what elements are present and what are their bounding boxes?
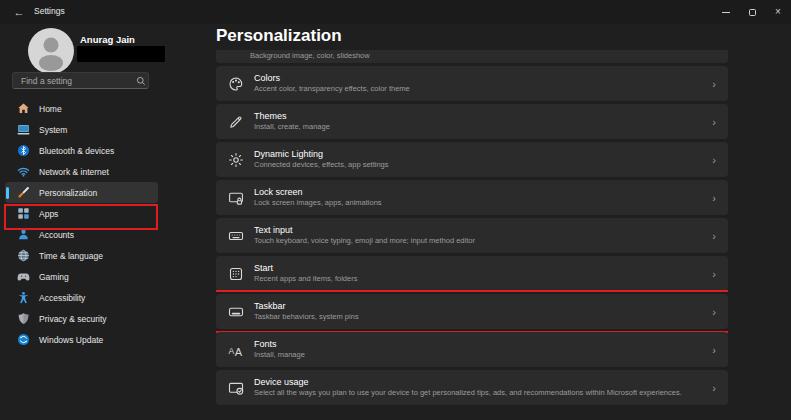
personalization-icon xyxy=(17,186,30,199)
window-controls: × xyxy=(713,0,791,24)
chevron-right-icon: › xyxy=(704,154,716,166)
row-subtitle: Connected devices, effects, app settings xyxy=(254,160,389,170)
back-icon[interactable]: ← xyxy=(10,4,28,20)
text-input-icon xyxy=(228,228,244,244)
sidebar-item-privacy-security[interactable]: Privacy & security xyxy=(5,308,158,329)
settings-row-lock-screen[interactable]: Lock screenLock screen images, apps, ani… xyxy=(216,180,728,215)
row-title: Text input xyxy=(254,225,475,236)
chevron-right-icon: › xyxy=(704,78,716,90)
settings-row-taskbar[interactable]: TaskbarTaskbar behaviors, system pins › xyxy=(216,294,728,329)
row-title: Taskbar xyxy=(254,301,359,312)
user-name: Anurag Jain xyxy=(80,34,135,45)
sidebar-item-bluetooth-devices[interactable]: Bluetooth & devices xyxy=(5,140,158,161)
selected-accent-pill xyxy=(6,187,9,199)
dynamic-lighting-icon xyxy=(228,152,244,168)
sidebar-item-label: Home xyxy=(39,104,62,114)
sidebar-item-label: Gaming xyxy=(39,272,69,282)
search-box[interactable] xyxy=(12,72,149,89)
settings-row-device-usage[interactable]: Device usageSelect all the ways you plan… xyxy=(216,370,728,405)
start-icon xyxy=(228,266,244,282)
row-subtitle: Accent color, transparency effects, colo… xyxy=(254,84,410,94)
chevron-right-icon: › xyxy=(704,230,716,242)
settings-row-start[interactable]: StartRecent apps and items, folders › xyxy=(216,256,728,291)
settings-row-colors[interactable]: ColorsAccent color, transparency effects… xyxy=(216,66,728,101)
themes-icon xyxy=(228,114,244,130)
settings-row-dynamic-lighting[interactable]: Dynamic LightingConnected devices, effec… xyxy=(216,142,728,177)
privacy-security-icon xyxy=(17,312,30,325)
sidebar-item-label: Accessibility xyxy=(39,293,85,303)
sidebar-item-home[interactable]: Home xyxy=(5,98,158,119)
row-subtitle: Select all the ways you plan to use your… xyxy=(254,388,682,398)
lock-screen-icon xyxy=(228,190,244,206)
row-title: Themes xyxy=(254,111,330,122)
sidebar-item-label: Privacy & security xyxy=(39,314,107,324)
avatar[interactable] xyxy=(28,28,74,74)
sidebar-item-accounts[interactable]: Accounts xyxy=(5,224,158,245)
sidebar-item-accessibility[interactable]: Accessibility xyxy=(5,287,158,308)
svg-text:A: A xyxy=(229,345,235,355)
apps-icon xyxy=(17,207,30,220)
minimize-icon xyxy=(722,12,730,13)
accounts-icon xyxy=(17,228,30,241)
taskbar-icon xyxy=(228,304,244,320)
row-title: Fonts xyxy=(254,339,305,350)
sidebar-item-windows-update[interactable]: Windows Update xyxy=(5,329,158,350)
row-subtitle: Install, create, manage xyxy=(254,122,330,132)
colors-icon xyxy=(228,76,244,92)
system-icon xyxy=(17,123,30,136)
gaming-icon xyxy=(17,270,30,283)
svg-text:A: A xyxy=(235,345,243,357)
sidebar-item-network-internet[interactable]: Network & internet xyxy=(5,161,158,182)
row-title: Device usage xyxy=(254,377,682,388)
accessibility-icon xyxy=(17,291,30,304)
fonts-icon: AA xyxy=(228,342,244,358)
sidebar-item-label: Windows Update xyxy=(39,335,103,345)
close-button[interactable]: × xyxy=(765,0,791,24)
minimize-button[interactable] xyxy=(713,0,739,24)
redacted-email-box xyxy=(77,46,165,62)
windows-update-icon xyxy=(17,333,30,346)
sidebar-item-gaming[interactable]: Gaming xyxy=(5,266,158,287)
row-subtitle: Background image, color, slideshow xyxy=(250,51,370,61)
sidebar-item-personalization[interactable]: Personalization xyxy=(5,182,158,203)
maximize-icon xyxy=(749,9,756,16)
row-title: Lock screen xyxy=(254,187,382,198)
sidebar-item-time-language[interactable]: Time & language xyxy=(5,245,158,266)
settings-row-fonts[interactable]: AA FontsInstall, manage › xyxy=(216,332,728,367)
chevron-right-icon: › xyxy=(704,306,716,318)
row-subtitle: Install, manage xyxy=(254,350,305,360)
chevron-right-icon: › xyxy=(704,382,716,394)
window-title: Settings xyxy=(34,6,65,16)
sidebar-item-apps[interactable]: Apps xyxy=(5,203,158,224)
device-usage-icon xyxy=(228,380,244,396)
chevron-right-icon: › xyxy=(704,116,716,128)
row-subtitle: Touch keyboard, voice typing, emoji and … xyxy=(254,236,475,246)
settings-row-themes[interactable]: ThemesInstall, create, manage › xyxy=(216,104,728,139)
settings-row-background-partial[interactable]: Background image, color, slideshow xyxy=(216,50,728,63)
row-title: Dynamic Lighting xyxy=(254,149,389,160)
row-subtitle: Lock screen images, apps, animations xyxy=(254,198,382,208)
network-icon xyxy=(17,165,30,178)
main-content: Personalization Background image, color,… xyxy=(216,24,728,420)
maximize-button[interactable] xyxy=(739,0,765,24)
sidebar-nav: Home System Bluetooth & devices Network … xyxy=(5,98,158,350)
settings-row-text-input[interactable]: Text inputTouch keyboard, voice typing, … xyxy=(216,218,728,253)
chevron-right-icon: › xyxy=(704,268,716,280)
time-language-icon xyxy=(17,249,30,262)
titlebar: ← Settings × xyxy=(0,0,791,24)
chevron-right-icon: › xyxy=(704,344,716,356)
search-icon xyxy=(136,76,146,86)
sidebar-item-label: Time & language xyxy=(39,251,103,261)
row-title: Start xyxy=(254,263,357,274)
row-subtitle: Taskbar behaviors, system pins xyxy=(254,312,359,322)
sidebar: Anurag Jain Home System Bluetooth & devi… xyxy=(0,24,200,420)
row-title: Colors xyxy=(254,73,410,84)
search-input[interactable] xyxy=(13,76,136,86)
sidebar-item-system[interactable]: System xyxy=(5,119,158,140)
bluetooth-icon xyxy=(17,144,30,157)
sidebar-item-label: System xyxy=(39,125,67,135)
page-title: Personalization xyxy=(216,26,342,46)
sidebar-item-label: Apps xyxy=(39,209,58,219)
sidebar-item-label: Personalization xyxy=(39,188,97,198)
sidebar-item-label: Network & internet xyxy=(39,167,109,177)
